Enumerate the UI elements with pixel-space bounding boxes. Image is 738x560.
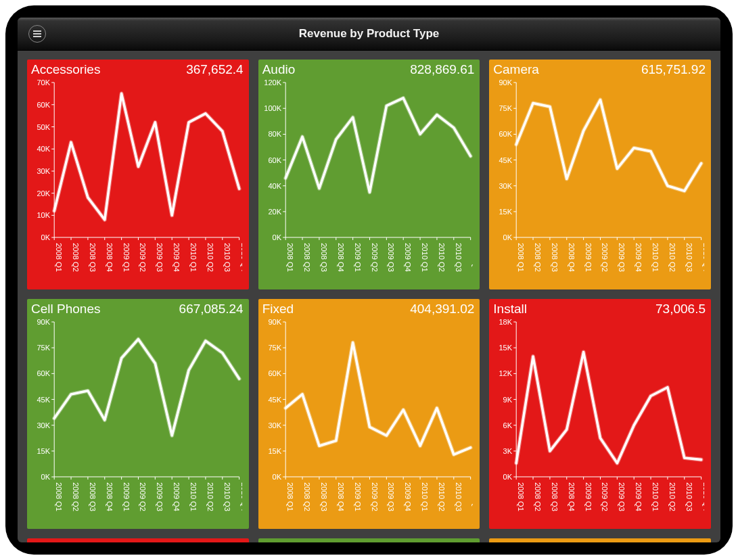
svg-text:30K: 30K [499, 182, 513, 190]
svg-text:18K: 18K [499, 319, 513, 326]
svg-text:2009 Q2: 2009 Q2 [139, 482, 147, 511]
svg-text:2010 Q1: 2010 Q1 [189, 243, 198, 272]
svg-text:2010 Q4: 2010 Q4 [471, 482, 473, 511]
series-line [517, 99, 701, 191]
svg-text:2008 Q2: 2008 Q2 [534, 482, 542, 511]
svg-text:30K: 30K [268, 421, 281, 429]
svg-text:2008 Q1: 2008 Q1 [517, 243, 526, 272]
sparkline-chart: 0K15K30K45K60K75K90K2008 Q12008 Q22008 Q… [493, 80, 704, 285]
card-audio[interactable]: Audio828,869.610K20K40K60K80K100K120K200… [258, 60, 480, 289]
svg-text:2009 Q4: 2009 Q4 [404, 482, 412, 511]
series-line [54, 93, 239, 220]
card-value: 667,085.24 [179, 302, 244, 317]
card-value: 73,006.5 [655, 302, 706, 317]
svg-text:2008 Q3: 2008 Q3 [551, 482, 559, 511]
svg-text:2010 Q2: 2010 Q2 [668, 243, 676, 272]
svg-text:2010 Q1: 2010 Q1 [189, 482, 198, 511]
svg-text:2008 Q4: 2008 Q4 [336, 482, 344, 511]
svg-text:2010 Q2: 2010 Q2 [438, 482, 446, 511]
svg-text:2009 Q4: 2009 Q4 [635, 243, 643, 272]
svg-text:6K: 6K [503, 421, 513, 429]
svg-text:45K: 45K [499, 156, 513, 164]
device-frame: Revenue by Product Type Accessories367,6… [5, 5, 733, 555]
card-install[interactable]: Install73,006.50K3K6K9K12K15K18K2008 Q12… [489, 299, 711, 529]
card-title: Accessories [31, 62, 100, 77]
svg-text:75K: 75K [268, 344, 281, 352]
svg-text:2009 Q3: 2009 Q3 [618, 243, 626, 272]
svg-text:2010 Q1: 2010 Q1 [651, 243, 660, 272]
svg-text:2009 Q2: 2009 Q2 [601, 243, 609, 272]
card-header: Audio828,869.61 [258, 60, 480, 77]
svg-text:2008 Q2: 2008 Q2 [303, 482, 311, 511]
svg-text:2008 Q1: 2008 Q1 [55, 243, 63, 272]
svg-text:2008 Q4: 2008 Q4 [568, 243, 576, 272]
svg-text:2010 Q2: 2010 Q2 [206, 243, 214, 272]
svg-text:2008 Q3: 2008 Q3 [89, 243, 97, 272]
svg-text:20K: 20K [37, 189, 50, 197]
chart-area: 0K15K30K45K60K75K90K2008 Q12008 Q22008 Q… [493, 80, 704, 285]
chart-area: 0K15K30K45K60K75K90K2008 Q12008 Q22008 Q… [31, 319, 242, 525]
svg-text:90K: 90K [499, 80, 513, 87]
card-title: Plasma [493, 541, 536, 542]
card-fixed[interactable]: Fixed404,391.020K15K30K45K60K75K90K2008 … [258, 299, 480, 529]
device-frame-outer: Revenue by Product Type Accessories367,6… [0, 0, 738, 560]
svg-text:2009 Q4: 2009 Q4 [404, 243, 412, 272]
svg-text:2008 Q3: 2008 Q3 [320, 243, 328, 272]
svg-text:9K: 9K [503, 396, 513, 404]
svg-text:2008 Q4: 2008 Q4 [106, 243, 114, 272]
svg-text:2009 Q1: 2009 Q1 [122, 243, 131, 272]
card-header: Accessories367,652.4 [27, 60, 249, 77]
svg-text:2010 Q4: 2010 Q4 [702, 243, 704, 272]
svg-text:20K: 20K [268, 208, 281, 216]
card-header: Install73,006.5 [489, 299, 711, 317]
sparkline-chart: 0K3K6K9K12K15K18K2008 Q12008 Q22008 Q320… [493, 319, 704, 525]
card-header: Camera615,751.92 [489, 60, 711, 77]
hamburger-icon [33, 30, 41, 37]
svg-text:2008 Q2: 2008 Q2 [534, 243, 542, 272]
svg-text:15K: 15K [499, 208, 513, 216]
page-title: Revenue by Product Type [18, 27, 720, 41]
svg-rect-0 [33, 30, 41, 32]
sparkline-chart: 0K20K40K60K80K100K120K2008 Q12008 Q22008… [262, 80, 474, 285]
svg-text:40K: 40K [37, 145, 50, 153]
svg-text:2009 Q3: 2009 Q3 [156, 482, 164, 511]
svg-text:2008 Q3: 2008 Q3 [89, 482, 97, 511]
svg-text:2008 Q1: 2008 Q1 [55, 482, 63, 511]
svg-text:30K: 30K [37, 167, 50, 175]
card-header: Cell Phones667,085.24 [27, 299, 249, 317]
svg-text:2008 Q2: 2008 Q2 [303, 243, 311, 272]
grid-viewport[interactable]: Accessories367,652.40K10K20K30K40K50K60K… [18, 50, 720, 542]
svg-text:2010 Q4: 2010 Q4 [702, 482, 704, 511]
menu-button[interactable] [28, 25, 46, 43]
svg-text:75K: 75K [499, 104, 513, 112]
card-cell-phones[interactable]: Cell Phones667,085.240K15K30K45K60K75K90… [27, 299, 249, 529]
svg-text:0K: 0K [272, 233, 281, 241]
svg-text:30K: 30K [37, 421, 50, 429]
svg-text:2009 Q1: 2009 Q1 [122, 482, 131, 511]
card-title: Fixed [262, 302, 294, 317]
card-grid: Accessories367,652.40K10K20K30K40K50K60K… [27, 60, 711, 542]
card-plasma[interactable]: Plasma434,264.720K20K40K60K80K100K2008 Q… [489, 538, 711, 542]
svg-text:15K: 15K [268, 447, 281, 455]
card-header: Plasma434,264.72 [489, 538, 711, 542]
svg-text:2010 Q3: 2010 Q3 [454, 243, 462, 272]
svg-text:0K: 0K [503, 233, 513, 241]
card-camera[interactable]: Camera615,751.920K15K30K45K60K75K90K2008… [489, 60, 711, 289]
svg-text:2008 Q1: 2008 Q1 [517, 482, 526, 511]
card-lcd[interactable]: LCD393,941.840K20K40K60K80K100K2008 Q120… [27, 538, 249, 542]
card-maintenance[interactable]: Maintenance98,786.940K20K40K60K80K100K20… [258, 538, 480, 542]
card-title: Maintenance [262, 541, 336, 542]
card-value: 615,751.92 [641, 62, 706, 77]
svg-text:0K: 0K [503, 473, 513, 481]
svg-text:2008 Q1: 2008 Q1 [286, 243, 294, 272]
card-title: Cell Phones [31, 302, 100, 317]
svg-text:45K: 45K [268, 396, 281, 404]
svg-text:2010 Q2: 2010 Q2 [668, 482, 676, 511]
card-accessories[interactable]: Accessories367,652.40K10K20K30K40K50K60K… [27, 60, 249, 289]
svg-rect-2 [33, 36, 41, 37]
svg-text:90K: 90K [268, 319, 281, 326]
card-header: LCD393,941.84 [27, 538, 249, 542]
svg-text:2009 Q1: 2009 Q1 [584, 482, 593, 511]
svg-text:2009 Q3: 2009 Q3 [387, 243, 395, 272]
svg-text:0K: 0K [41, 233, 51, 241]
